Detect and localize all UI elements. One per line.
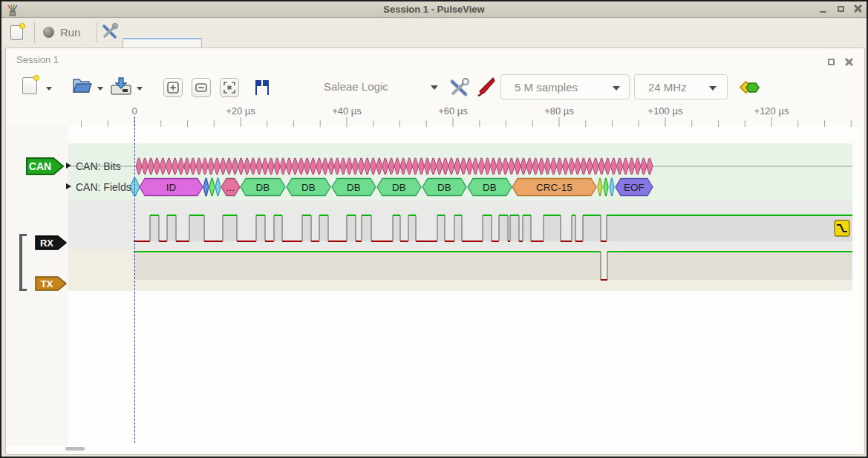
can-field-label: EOF	[624, 182, 645, 193]
can-bit	[490, 158, 496, 174]
can-bit	[484, 158, 490, 174]
can-bit	[563, 158, 569, 174]
can-bit	[292, 158, 298, 174]
can-bit	[431, 158, 437, 174]
can-bit	[587, 158, 593, 174]
can-field-annotation	[203, 179, 209, 196]
rx-wave-fill	[607, 215, 852, 241]
trigger-marker-badge[interactable]	[834, 220, 850, 237]
expander-fields[interactable]	[66, 183, 71, 189]
can-bit	[202, 158, 208, 174]
can-bit	[208, 158, 214, 174]
pulseview-window: Session 1 - PulseView Run Session 1	[0, 0, 868, 458]
can-bit	[388, 158, 394, 174]
can-field-label: DB	[301, 182, 316, 193]
can-bit	[509, 158, 515, 174]
rx-wave-fill	[189, 215, 204, 241]
can-bit	[310, 158, 316, 174]
rx-wave-fill	[499, 215, 508, 241]
can-bit	[635, 158, 641, 174]
can-field-label: DB	[256, 182, 270, 193]
can-bit	[298, 158, 304, 174]
can-bit	[466, 158, 472, 174]
channel-group-bracket	[19, 234, 27, 291]
tx-tag-label: TX	[41, 278, 53, 289]
can-field-label: DB	[392, 182, 406, 193]
decoder-tag[interactable]: CAN	[26, 157, 65, 175]
can-bit	[460, 158, 466, 174]
can-field-annotation	[610, 179, 614, 196]
can-bit	[598, 158, 604, 174]
can-field-label: ...	[226, 182, 235, 193]
can-field-label: DB	[347, 182, 361, 193]
can-bit	[448, 158, 454, 174]
tx-channel-tag[interactable]: TX	[35, 276, 68, 291]
rx-channel-tag[interactable]: RX	[35, 235, 68, 250]
rx-wave-fill	[150, 215, 159, 241]
can-bit	[437, 158, 443, 174]
rx-wave-fill	[544, 215, 561, 241]
ruler-label: 0	[131, 105, 137, 117]
trace-plot: 0+20 µs+40 µs+60 µs+80 µs+100 µs+120 µsI…	[1, 1, 868, 458]
expander-bits[interactable]	[66, 163, 71, 169]
can-bit	[172, 158, 178, 174]
can-bit	[629, 158, 635, 174]
can-bit	[322, 158, 328, 174]
can-bit	[544, 158, 550, 174]
can-bit	[226, 158, 232, 174]
rx-wave-fill	[510, 215, 519, 241]
can-bit	[262, 158, 268, 174]
can-bit	[160, 158, 166, 174]
decoder-tag-label: CAN	[29, 160, 51, 172]
can-bit	[184, 158, 190, 174]
can-bit	[268, 158, 274, 174]
ruler-label: +120 µs	[754, 105, 789, 117]
ruler-label: +100 µs	[648, 105, 683, 117]
can-bit	[286, 158, 292, 174]
can-bit	[497, 158, 503, 174]
can-bit	[532, 158, 538, 174]
rx-wave-fill	[523, 215, 531, 241]
can-field-annotation	[598, 179, 602, 196]
can-bit	[154, 158, 160, 174]
horizontal-scrollbar-handle[interactable]	[65, 447, 85, 451]
can-bit	[136, 158, 142, 174]
can-bit	[610, 158, 616, 174]
can-bit	[418, 158, 424, 174]
row-label-fields[interactable]: CAN: Fields	[76, 181, 131, 193]
ruler-label: +80 µs	[544, 105, 574, 117]
can-bit	[472, 158, 478, 174]
can-bit	[196, 158, 202, 174]
can-bit	[604, 158, 610, 174]
can-bit	[616, 158, 622, 174]
can-bit	[538, 158, 544, 174]
rx-wave-fill	[274, 215, 282, 241]
can-bit	[412, 158, 418, 174]
can-bit	[371, 158, 376, 174]
rx-wave-fill	[319, 215, 328, 241]
can-bit	[515, 158, 521, 174]
can-bit	[641, 158, 647, 174]
row-label-bits[interactable]: CAN: Bits	[76, 160, 121, 172]
can-field-label: DB	[483, 182, 497, 193]
can-field-annotation	[209, 179, 215, 196]
rx-wave-fill	[408, 215, 416, 241]
can-bit	[521, 158, 526, 174]
can-bit	[316, 158, 322, 174]
ruler-label: +20 µs	[226, 105, 255, 117]
can-bit	[478, 158, 484, 174]
can-bit	[376, 158, 382, 174]
can-bit	[250, 158, 256, 174]
can-bit	[569, 158, 575, 174]
can-bit	[557, 158, 563, 174]
can-bit	[232, 158, 238, 174]
can-bit	[454, 158, 460, 174]
can-bit	[358, 158, 364, 174]
tx-wave-fill	[134, 252, 601, 280]
can-bit	[340, 158, 346, 174]
can-bit	[623, 158, 629, 174]
can-bit	[647, 158, 653, 174]
can-bit	[304, 158, 310, 174]
rx-wave-fill	[483, 215, 492, 241]
can-bit	[166, 158, 172, 174]
